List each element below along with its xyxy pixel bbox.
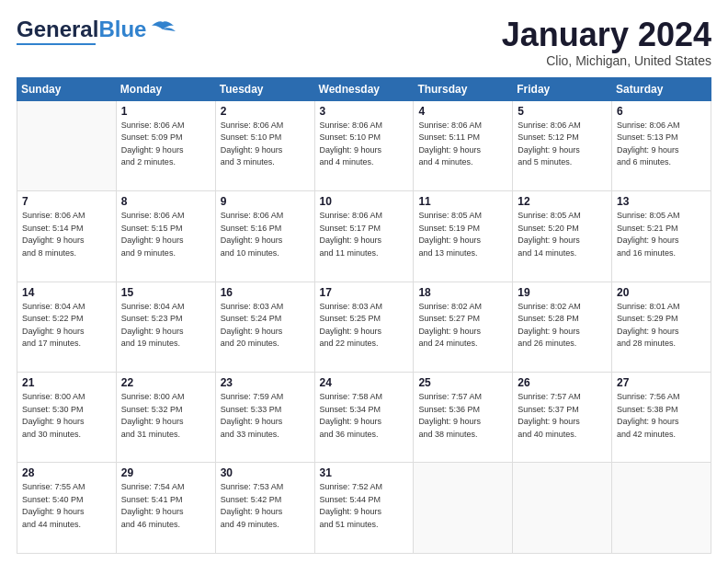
page: GeneralBlue January 2024 Clio, Michigan,… (0, 0, 728, 563)
day-info: Sunrise: 7:55 AM Sunset: 5:40 PM Dayligh… (22, 481, 111, 531)
day-info: Sunrise: 7:52 AM Sunset: 5:44 PM Dayligh… (320, 481, 409, 531)
day-info: Sunrise: 8:02 AM Sunset: 5:27 PM Dayligh… (418, 301, 507, 350)
day-number: 2 (221, 105, 310, 118)
day-number: 6 (617, 105, 706, 118)
day-info: Sunrise: 7:59 AM Sunset: 5:33 PM Dayligh… (221, 391, 310, 441)
day-info: Sunrise: 8:06 AM Sunset: 5:14 PM Dayligh… (22, 210, 111, 259)
calendar-week-row: 21Sunrise: 8:00 AM Sunset: 5:30 PM Dayli… (17, 373, 711, 463)
day-info: Sunrise: 8:06 AM Sunset: 5:17 PM Dayligh… (320, 210, 409, 259)
calendar-day-cell: 17Sunrise: 8:03 AM Sunset: 5:25 PM Dayli… (314, 282, 414, 372)
calendar-day-cell: 14Sunrise: 8:04 AM Sunset: 5:22 PM Dayli… (17, 282, 117, 372)
logo-blue: Blue (98, 17, 146, 41)
calendar-day-cell: 15Sunrise: 8:04 AM Sunset: 5:23 PM Dayli… (116, 282, 215, 372)
calendar-day-cell: 10Sunrise: 8:06 AM Sunset: 5:17 PM Dayli… (314, 191, 414, 282)
day-info: Sunrise: 8:06 AM Sunset: 5:12 PM Dayligh… (518, 120, 607, 169)
calendar-day-cell (414, 463, 513, 554)
day-number: 27 (617, 376, 706, 389)
day-number: 18 (418, 286, 507, 299)
day-number: 14 (22, 286, 111, 299)
calendar-day-cell: 1Sunrise: 8:06 AM Sunset: 5:09 PM Daylig… (116, 100, 215, 190)
day-number: 20 (617, 286, 706, 299)
calendar-day-cell: 25Sunrise: 7:57 AM Sunset: 5:36 PM Dayli… (414, 373, 513, 463)
calendar-day-cell: 19Sunrise: 8:02 AM Sunset: 5:28 PM Dayli… (513, 282, 612, 372)
logo-bird-icon (150, 20, 176, 39)
calendar-day-cell: 18Sunrise: 8:02 AM Sunset: 5:27 PM Dayli… (414, 282, 513, 372)
day-info: Sunrise: 8:00 AM Sunset: 5:32 PM Dayligh… (121, 391, 210, 441)
weekday-header: Sunday (17, 77, 117, 100)
day-info: Sunrise: 8:03 AM Sunset: 5:24 PM Dayligh… (221, 301, 310, 350)
day-info: Sunrise: 8:05 AM Sunset: 5:20 PM Dayligh… (518, 210, 607, 259)
day-info: Sunrise: 8:06 AM Sunset: 5:09 PM Dayligh… (121, 120, 210, 169)
day-info: Sunrise: 7:57 AM Sunset: 5:36 PM Dayligh… (418, 391, 507, 441)
day-number: 21 (22, 376, 111, 389)
title-area: January 2024 Clio, Michigan, United Stat… (502, 17, 711, 68)
day-info: Sunrise: 8:06 AM Sunset: 5:11 PM Dayligh… (418, 120, 507, 169)
weekday-header: Saturday (612, 77, 711, 100)
calendar-day-cell: 29Sunrise: 7:54 AM Sunset: 5:41 PM Dayli… (116, 463, 215, 554)
day-number: 7 (22, 195, 111, 208)
calendar-week-row: 1Sunrise: 8:06 AM Sunset: 5:09 PM Daylig… (17, 100, 711, 190)
day-number: 1 (121, 105, 210, 118)
day-info: Sunrise: 8:04 AM Sunset: 5:23 PM Dayligh… (121, 301, 210, 350)
day-number: 12 (518, 195, 607, 208)
weekday-header: Tuesday (215, 77, 314, 100)
calendar-day-cell: 11Sunrise: 8:05 AM Sunset: 5:19 PM Dayli… (414, 191, 513, 282)
calendar-day-cell: 16Sunrise: 8:03 AM Sunset: 5:24 PM Dayli… (215, 282, 314, 372)
weekday-header: Monday (116, 77, 215, 100)
day-info: Sunrise: 7:58 AM Sunset: 5:34 PM Dayligh… (320, 391, 409, 441)
day-number: 4 (418, 105, 507, 118)
day-number: 10 (320, 195, 409, 208)
day-number: 31 (320, 466, 409, 479)
calendar-table: SundayMondayTuesdayWednesdayThursdayFrid… (17, 77, 711, 554)
calendar-day-cell: 31Sunrise: 7:52 AM Sunset: 5:44 PM Dayli… (314, 463, 414, 554)
day-info: Sunrise: 8:03 AM Sunset: 5:25 PM Dayligh… (320, 301, 409, 350)
calendar-day-cell: 30Sunrise: 7:53 AM Sunset: 5:42 PM Dayli… (215, 463, 314, 554)
day-info: Sunrise: 8:05 AM Sunset: 5:19 PM Dayligh… (418, 210, 507, 259)
weekday-header: Thursday (414, 77, 513, 100)
day-info: Sunrise: 8:04 AM Sunset: 5:22 PM Dayligh… (22, 301, 111, 350)
day-number: 22 (121, 376, 210, 389)
day-number: 8 (121, 195, 210, 208)
day-number: 25 (418, 376, 507, 389)
weekday-header: Friday (513, 77, 612, 100)
day-number: 26 (518, 376, 607, 389)
day-number: 24 (320, 376, 409, 389)
calendar-title: January 2024 (502, 17, 711, 53)
calendar-day-cell: 7Sunrise: 8:06 AM Sunset: 5:14 PM Daylig… (17, 191, 117, 282)
calendar-day-cell: 20Sunrise: 8:01 AM Sunset: 5:29 PM Dayli… (612, 282, 711, 372)
calendar-day-cell (17, 100, 117, 190)
calendar-day-cell: 3Sunrise: 8:06 AM Sunset: 5:10 PM Daylig… (314, 100, 414, 190)
calendar-day-cell: 8Sunrise: 8:06 AM Sunset: 5:15 PM Daylig… (116, 191, 215, 282)
day-info: Sunrise: 7:53 AM Sunset: 5:42 PM Dayligh… (221, 481, 310, 531)
calendar-day-cell: 5Sunrise: 8:06 AM Sunset: 5:12 PM Daylig… (513, 100, 612, 190)
logo: GeneralBlue (17, 17, 176, 45)
header: GeneralBlue January 2024 Clio, Michigan,… (17, 17, 711, 68)
logo-text: GeneralBlue (17, 17, 146, 42)
calendar-day-cell: 6Sunrise: 8:06 AM Sunset: 5:13 PM Daylig… (612, 100, 711, 190)
day-info: Sunrise: 8:06 AM Sunset: 5:13 PM Dayligh… (617, 120, 706, 169)
day-number: 9 (221, 195, 310, 208)
calendar-day-cell: 22Sunrise: 8:00 AM Sunset: 5:32 PM Dayli… (116, 373, 215, 463)
weekday-header: Wednesday (314, 77, 414, 100)
day-number: 16 (221, 286, 310, 299)
calendar-day-cell: 2Sunrise: 8:06 AM Sunset: 5:10 PM Daylig… (215, 100, 314, 190)
calendar-header-row: SundayMondayTuesdayWednesdayThursdayFrid… (17, 77, 711, 100)
calendar-day-cell: 4Sunrise: 8:06 AM Sunset: 5:11 PM Daylig… (414, 100, 513, 190)
day-info: Sunrise: 8:06 AM Sunset: 5:15 PM Dayligh… (121, 210, 210, 259)
calendar-day-cell: 9Sunrise: 8:06 AM Sunset: 5:16 PM Daylig… (215, 191, 314, 282)
calendar-day-cell: 23Sunrise: 7:59 AM Sunset: 5:33 PM Dayli… (215, 373, 314, 463)
day-number: 5 (518, 105, 607, 118)
logo-brand: GeneralBlue (17, 17, 176, 42)
day-number: 15 (121, 286, 210, 299)
day-info: Sunrise: 8:01 AM Sunset: 5:29 PM Dayligh… (617, 301, 706, 350)
calendar-day-cell: 26Sunrise: 7:57 AM Sunset: 5:37 PM Dayli… (513, 373, 612, 463)
day-number: 17 (320, 286, 409, 299)
day-info: Sunrise: 7:56 AM Sunset: 5:38 PM Dayligh… (617, 391, 706, 441)
calendar-day-cell: 24Sunrise: 7:58 AM Sunset: 5:34 PM Dayli… (314, 373, 414, 463)
logo-general: General (17, 17, 98, 41)
day-info: Sunrise: 8:06 AM Sunset: 5:16 PM Dayligh… (221, 210, 310, 259)
calendar-day-cell: 28Sunrise: 7:55 AM Sunset: 5:40 PM Dayli… (17, 463, 117, 554)
day-info: Sunrise: 7:54 AM Sunset: 5:41 PM Dayligh… (121, 481, 210, 531)
calendar-day-cell (513, 463, 612, 554)
day-info: Sunrise: 8:05 AM Sunset: 5:21 PM Dayligh… (617, 210, 706, 259)
